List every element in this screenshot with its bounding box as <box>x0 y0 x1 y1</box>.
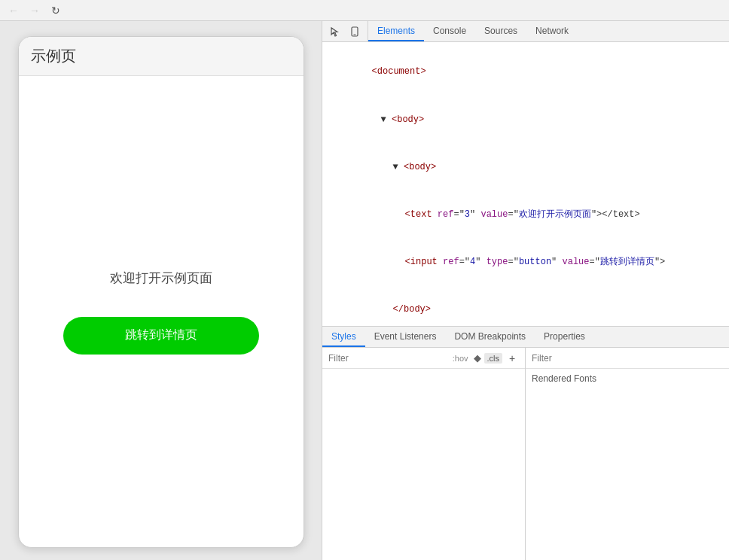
device-icon[interactable] <box>346 23 363 40</box>
inspect-icon[interactable] <box>327 23 343 40</box>
tab-dom-breakpoints[interactable]: DOM Breakpoints <box>445 327 535 347</box>
tab-console[interactable]: Console <box>424 21 475 41</box>
bottom-tabs-bar: Styles Event Listeners DOM Breakpoints P… <box>322 327 729 348</box>
tab-elements[interactable]: Elements <box>368 21 424 41</box>
tab-properties[interactable]: Properties <box>535 327 594 347</box>
bottom-panel: Styles Event Listeners DOM Breakpoints P… <box>322 327 729 560</box>
bottom-content: :hov ◆ .cls + Rendered Fonts <box>322 348 729 560</box>
tab-styles[interactable]: Styles <box>322 327 365 347</box>
devtools-panel: Elements Console Sources Network <docume… <box>322 21 729 560</box>
rendered-fonts-filter-input[interactable] <box>532 353 723 364</box>
rendered-fonts-label: Rendered Fonts <box>526 369 729 388</box>
tab-event-listeners[interactable]: Event Listeners <box>365 327 446 347</box>
preview-area: 示例页 欢迎打开示例页面 跳转到详情页 <box>0 21 322 560</box>
dom-line-body2-close[interactable]: </body> <box>322 286 729 327</box>
styles-filter-bar: :hov ◆ .cls + <box>322 348 525 369</box>
mobile-body-text: 欢迎打开示例页面 <box>110 269 212 287</box>
rendered-fonts-pane: Rendered Fonts <box>526 348 729 560</box>
dom-line-text-node[interactable]: <text ref="3" value="欢迎打开示例页面"></text> <box>322 191 729 239</box>
browser-bar: ← → ↻ <box>0 0 729 21</box>
palette-icon[interactable]: ◆ <box>474 352 481 364</box>
cls-filter-button[interactable]: .cls <box>484 353 503 364</box>
devtools-icon-area <box>322 21 368 41</box>
dom-tree-area: <document> ▼ <body> ▼ <body> <text ref="… <box>322 42 729 327</box>
dom-line-input-node[interactable]: <input ref="4" type="button" value="跳转到详… <box>322 239 729 286</box>
mobile-frame: 示例页 欢迎打开示例页面 跳转到详情页 <box>18 36 304 548</box>
main-area: 示例页 欢迎打开示例页面 跳转到详情页 <box>0 21 729 560</box>
styles-filter-input[interactable] <box>328 353 447 364</box>
back-button[interactable]: ← <box>6 3 21 18</box>
rendered-fonts-filter-bar <box>526 348 729 369</box>
dom-line-body-open[interactable]: ▼ <body> <box>322 96 729 143</box>
tab-network[interactable]: Network <box>526 21 578 41</box>
styles-pane: :hov ◆ .cls + <box>322 348 526 560</box>
forward-button[interactable]: → <box>27 3 42 18</box>
dom-line-document[interactable]: <document> <box>322 48 729 96</box>
refresh-button[interactable]: ↻ <box>48 3 63 18</box>
add-style-button[interactable]: + <box>505 352 519 365</box>
devtools-tabs-list: Elements Console Sources Network <box>368 21 578 41</box>
mobile-nav-button[interactable]: 跳转到详情页 <box>63 317 259 355</box>
mobile-body: 欢迎打开示例页面 跳转到详情页 <box>19 76 303 547</box>
mobile-title: 示例页 <box>31 46 291 66</box>
tab-sources[interactable]: Sources <box>475 21 526 41</box>
mobile-header: 示例页 <box>19 37 303 76</box>
svg-marker-0 <box>331 28 337 36</box>
dom-line-body2-open[interactable]: ▼ <body> <box>322 143 729 190</box>
devtools-tabs-bar: Elements Console Sources Network <box>322 21 729 42</box>
hov-filter-button[interactable]: :hov <box>450 353 471 364</box>
